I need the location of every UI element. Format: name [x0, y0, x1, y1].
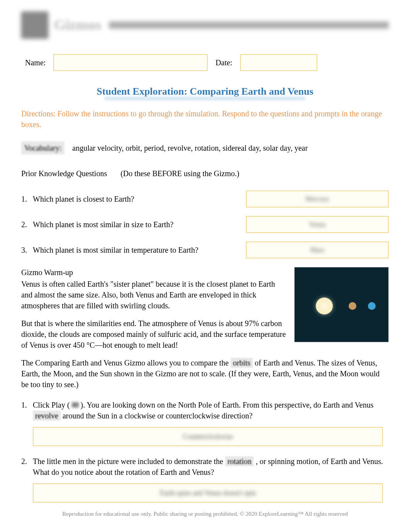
- prior-knowledge-label: Prior Knowledge Questions: [21, 169, 107, 178]
- page-title: Student Exploration: Comparing Earth and…: [21, 85, 389, 99]
- question-body: The little men in the picture were inclu…: [33, 456, 389, 478]
- earth-icon: [368, 302, 376, 310]
- wq1-post: ). You are looking down on the North Pol…: [81, 401, 374, 409]
- question-number: 1.: [21, 399, 33, 421]
- name-label: Name:: [25, 57, 46, 68]
- wq1-post2: around the Sun in a clockwise or counter…: [63, 411, 252, 420]
- warmup-answer-box-2[interactable]: Earth spins and Venus doesn't spin: [33, 483, 383, 503]
- question-row-1: 1. Which planet is closest to Earth? Mer…: [21, 190, 389, 207]
- answer-text: Earth spins and Venus doesn't spin: [160, 488, 256, 498]
- venus-icon: [349, 302, 356, 310]
- answer-text: Mars: [310, 245, 325, 255]
- play-icon: [72, 402, 79, 408]
- warmup-section: Gizmo Warm-up Venus is often called Eart…: [21, 267, 389, 390]
- wq1-pre: Click Play (: [33, 401, 70, 409]
- header: Gizmos: [21, 12, 389, 39]
- vocabulary-terms: angular velocity, orbit, period, revolve…: [72, 144, 308, 152]
- warmup-p3-mid: Gizmo allows you to compare the: [124, 359, 231, 367]
- wq2-pre: The little men in the picture were inclu…: [33, 457, 225, 466]
- answer-box-2[interactable]: Venus: [246, 216, 389, 233]
- footer-text: Reproduction for educational use only. P…: [0, 510, 410, 518]
- warmup-question-1: 1. Click Play ( ). You are looking down …: [21, 399, 389, 421]
- vocabulary-row: Vocabulary: angular velocity, orbit, per…: [21, 141, 389, 155]
- answer-text: Counterclockwise: [183, 432, 233, 442]
- warmup-paragraph-3: The Comparing Earth and Venus Gizmo allo…: [21, 357, 389, 390]
- prior-knowledge-heading: Prior Knowledge Questions (Do these BEFO…: [21, 168, 389, 179]
- document-page: Gizmos Name: Date: Student Exploration: …: [0, 0, 410, 532]
- question-text: Which planet is most similar in temperat…: [33, 245, 246, 255]
- date-label: Date:: [215, 57, 232, 68]
- name-input[interactable]: [53, 54, 208, 71]
- question-row-2: 2. Which planet is most similar in size …: [21, 216, 389, 233]
- warmup-p3-gizmo-name: Comparing Earth and Venus: [35, 359, 122, 367]
- warmup-question-2: 2. The little men in the picture were in…: [21, 456, 389, 478]
- question-row-3: 3. Which planet is most similar in tempe…: [21, 241, 389, 258]
- answer-text: Mercury: [305, 194, 329, 204]
- warmup-p3-pre: The: [21, 359, 35, 367]
- gizmo-preview-image: [294, 267, 389, 342]
- revolve-keyword: revolve: [33, 411, 61, 421]
- question-text: Which planet is closest to Earth?: [33, 194, 246, 204]
- question-number: 1.: [21, 194, 33, 204]
- answer-text: Venus: [309, 220, 326, 229]
- sun-icon: [316, 297, 333, 314]
- title-underline: [105, 97, 305, 100]
- question-number: 2.: [21, 456, 33, 478]
- name-date-row: Name: Date:: [21, 54, 389, 71]
- date-input[interactable]: [240, 54, 317, 71]
- rotation-keyword: rotation: [225, 456, 254, 466]
- warmup-answer-box-1[interactable]: Counterclockwise: [33, 427, 383, 446]
- question-number: 2.: [21, 219, 33, 230]
- question-number: 3.: [21, 245, 33, 255]
- logo-text: Gizmos: [54, 15, 101, 35]
- header-divider: [109, 22, 389, 29]
- answer-box-3[interactable]: Mars: [246, 241, 389, 258]
- vocabulary-label: Vocabulary:: [21, 141, 64, 155]
- title-text: Student Exploration: Comparing Earth and…: [97, 86, 313, 97]
- question-body: Click Play ( ). You are looking down on …: [33, 399, 389, 421]
- answer-box-1[interactable]: Mercury: [246, 190, 389, 207]
- prior-knowledge-note: (Do these BEFORE using the Gizmo.): [120, 169, 239, 178]
- question-text: Which planet is most similar in size to …: [33, 219, 246, 230]
- orbits-keyword: orbits: [230, 358, 253, 368]
- directions-text: Directions: Follow the instructions to g…: [21, 108, 389, 130]
- logo-icon: [21, 12, 48, 39]
